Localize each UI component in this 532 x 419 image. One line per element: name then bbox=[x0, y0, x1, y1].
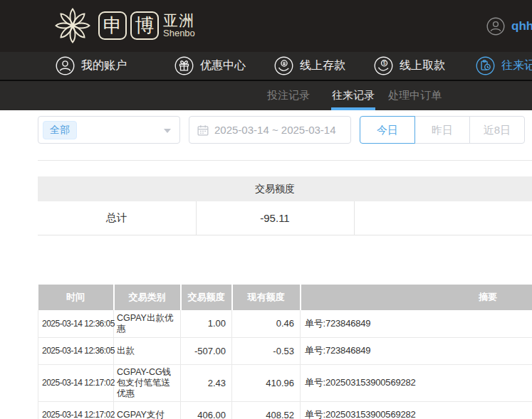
top-header: 申 博 亚洲 Shenbo qhh bbox=[0, 0, 532, 52]
gift-icon bbox=[174, 56, 194, 75]
table-row: 2025-03-14 12:17:02CGPAY支付406.00408.52单号… bbox=[38, 401, 532, 419]
tab-transaction-records[interactable]: 往来记录 bbox=[332, 81, 375, 110]
divider bbox=[38, 160, 532, 161]
cell-amount: -507.00 bbox=[181, 337, 232, 364]
table-row: 2025-03-14 12:36:05出款-507.00-0.53单号:7238… bbox=[38, 337, 532, 364]
cell-type: CGPAY支付 bbox=[114, 401, 181, 419]
tab-bet-records[interactable]: 投注记录 bbox=[267, 81, 310, 110]
chevron-down-icon bbox=[164, 129, 171, 133]
records-table: 时间交易类别交易额度现有额度摘要 2025-03-14 12:36:05CGPA… bbox=[38, 285, 532, 419]
sub-nav: 投注记录往来记录处理中订单 bbox=[0, 81, 532, 110]
cell-balance: -0.53 bbox=[232, 337, 301, 364]
type-select[interactable]: 全部 bbox=[38, 116, 180, 144]
cell-time: 2025-03-14 12:17:02 bbox=[38, 401, 114, 419]
svg-text:$: $ bbox=[383, 60, 386, 65]
calendar-icon bbox=[197, 124, 209, 136]
date-range-value: 2025-03-14 ~ 2025-03-14 bbox=[214, 124, 336, 136]
nav-item-label: 线上存款 bbox=[300, 58, 345, 73]
column-header: 摘要 bbox=[301, 285, 532, 310]
summary-header-empty bbox=[38, 176, 196, 201]
person-icon bbox=[56, 56, 75, 75]
active-tab-underline bbox=[331, 107, 375, 110]
filter-row: 全部 2025-03-14 ~ 2025-03-14 今日昨日近8日 bbox=[38, 116, 525, 144]
summary-header-empty bbox=[354, 176, 532, 201]
logo-subtitle: Shenbo bbox=[163, 28, 195, 38]
nav-item-label: 优惠中心 bbox=[200, 58, 246, 73]
nav-item-label: 我的账户 bbox=[81, 58, 127, 73]
column-header: 交易额度 bbox=[181, 285, 232, 310]
logo-char-2: 博 bbox=[130, 11, 159, 40]
records-header-row: 时间交易类别交易额度现有额度摘要 bbox=[38, 285, 532, 310]
cell-amount: 406.00 bbox=[181, 401, 232, 419]
records-icon bbox=[476, 56, 495, 75]
cell-type: CGPAY-CG钱包支付笔笔送优惠 bbox=[114, 364, 181, 401]
column-header: 交易类别 bbox=[114, 285, 181, 310]
nav-item-transaction-records[interactable]: 往来记录 bbox=[476, 52, 532, 80]
quick-button-last-8-days[interactable]: 近8日 bbox=[469, 116, 525, 144]
cell-time: 2025-03-14 12:17:02 bbox=[38, 364, 114, 401]
quick-button-today[interactable]: 今日 bbox=[360, 116, 415, 144]
user-account[interactable]: qhh bbox=[486, 17, 532, 36]
tab-processing-orders[interactable]: 处理中订单 bbox=[388, 81, 442, 110]
summary-total-value: -95.11 bbox=[196, 201, 354, 235]
cell-summary: 单号:202503153900569282 bbox=[301, 364, 532, 401]
type-select-value: 全部 bbox=[43, 121, 77, 139]
cell-type: CGPAY出款优惠 bbox=[114, 310, 181, 337]
summary-total-row: 总计 -95.11 bbox=[38, 201, 532, 235]
date-range-input[interactable]: 2025-03-14 ~ 2025-03-14 bbox=[189, 116, 351, 144]
column-header: 时间 bbox=[38, 285, 114, 310]
nav-item-promo-center[interactable]: 优惠中心 bbox=[174, 52, 246, 80]
summary-header-amount: 交易额度 bbox=[196, 176, 354, 201]
nav-item-label: 线上取款 bbox=[400, 58, 445, 73]
date-quick-buttons: 今日昨日近8日 bbox=[360, 116, 525, 144]
nav-item-online-withdraw[interactable]: $线上取款 bbox=[374, 52, 445, 80]
nav-item-online-deposit[interactable]: 线上存款 bbox=[274, 52, 345, 80]
flower-logo-icon bbox=[51, 4, 94, 47]
cell-amount: 1.00 bbox=[181, 310, 232, 337]
main-nav: 我的账户优惠中心线上存款$线上取款往来记录 bbox=[0, 52, 532, 80]
cell-balance: 408.52 bbox=[232, 401, 301, 419]
person-icon bbox=[486, 17, 505, 36]
cell-time: 2025-03-14 12:36:05 bbox=[38, 337, 114, 364]
nav-item-label: 往来记录 bbox=[501, 58, 532, 73]
quick-button-yesterday[interactable]: 昨日 bbox=[414, 116, 470, 144]
deposit-icon bbox=[274, 56, 293, 75]
cell-summary: 单号:723846849 bbox=[301, 337, 532, 364]
username: qhh bbox=[511, 19, 532, 33]
cell-balance: 0.46 bbox=[232, 310, 301, 337]
cell-time: 2025-03-14 12:36:05 bbox=[38, 310, 114, 337]
nav-item-my-account[interactable]: 我的账户 bbox=[56, 52, 127, 80]
summary-header-row: 交易额度 bbox=[38, 176, 532, 201]
withdraw-icon: $ bbox=[374, 56, 393, 75]
logo-char-1: 申 bbox=[98, 11, 127, 40]
table-row: 2025-03-14 12:36:05CGPAY出款优惠1.000.46单号:7… bbox=[38, 310, 532, 337]
summary-table: 交易额度 总计 -95.11 bbox=[38, 176, 532, 235]
summary-empty-cell bbox=[354, 201, 532, 235]
logo-region: 亚洲 bbox=[163, 13, 195, 28]
summary-total-label: 总计 bbox=[38, 201, 196, 235]
cell-type: 出款 bbox=[114, 337, 181, 364]
logo[interactable]: 申 博 亚洲 Shenbo bbox=[51, 4, 195, 47]
cell-amount: 2.43 bbox=[181, 364, 232, 401]
column-header: 现有额度 bbox=[232, 285, 301, 310]
cell-summary: 单号:723846849 bbox=[301, 310, 532, 337]
cell-summary: 单号:202503153900569282 bbox=[301, 401, 532, 419]
page: 申 博 亚洲 Shenbo qhh 我的账户优惠中心线上存款$线上取款往来记录 … bbox=[0, 0, 532, 419]
table-row: 2025-03-14 12:17:02CGPAY-CG钱包支付笔笔送优惠2.43… bbox=[38, 364, 532, 401]
cell-balance: 410.96 bbox=[232, 364, 301, 401]
